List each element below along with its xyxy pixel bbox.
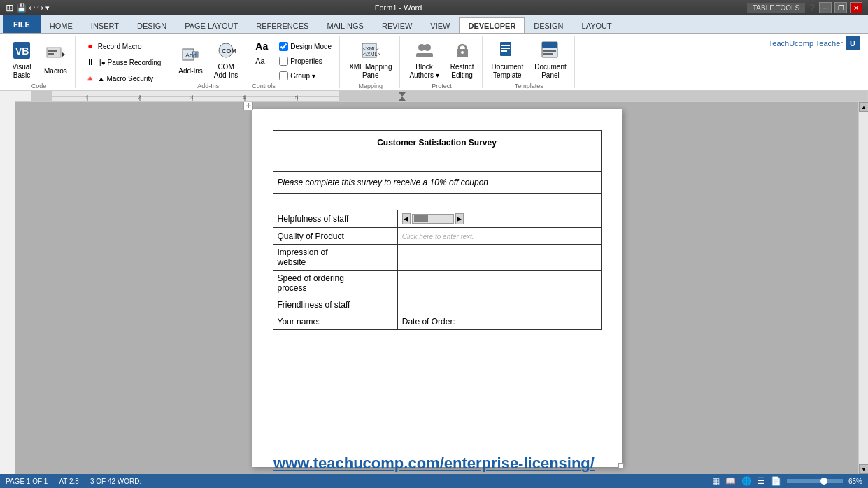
xml-mapping-label: XML MappingPane <box>349 63 392 80</box>
restrict-editing-button[interactable]: RestrictEditing <box>446 36 479 82</box>
scroll-thumb[interactable] <box>414 215 428 222</box>
block-authors-icon <box>413 39 436 62</box>
zoom-thumb[interactable] <box>820 478 827 485</box>
view-reading-btn[interactable]: 📖 <box>725 476 736 486</box>
scroll-vertical-track[interactable] <box>859 112 868 464</box>
svg-text:<XML>: <XML> <box>363 46 379 51</box>
record-macro-button[interactable]: ● Record Macro <box>81 38 165 54</box>
tab-file[interactable]: FILE <box>3 15 41 33</box>
ribbon-tabs: FILE HOME INSERT DESIGN PAGE LAYOUT REFE… <box>0 15 868 34</box>
properties-button[interactable]: Properties <box>276 55 335 68</box>
quality-label: Quality of Product <box>273 228 397 245</box>
table-row-helpfulness: Helpfulness of staff ◀ ▶ <box>273 210 601 228</box>
table-row-friendliness: Friendliness of staff <box>273 296 601 313</box>
scroll-up-btn[interactable]: ▲ <box>859 102 868 112</box>
document-panel-icon <box>539 39 562 62</box>
tab-developer[interactable]: DEVELOPER <box>459 17 525 33</box>
tab-view[interactable]: VIEW <box>421 17 459 33</box>
macro-security-button[interactable]: 🔺 ▲ Macro Security <box>81 71 165 86</box>
record-icon: ● <box>85 41 96 52</box>
macros-button[interactable]: Macros <box>39 41 72 78</box>
pause-icon: ⏸ <box>85 57 96 68</box>
mapping-group-label: Mapping <box>359 82 383 91</box>
speed-label: Speed of orderingprocess <box>273 271 397 296</box>
scroll-track[interactable] <box>412 214 454 224</box>
com-add-ins-button[interactable]: COM COMAdd-Ins <box>209 36 243 82</box>
svg-text:COM: COM <box>222 48 236 55</box>
svg-rect-21 <box>501 48 510 49</box>
scroll-left-btn[interactable]: ◀ <box>402 213 411 224</box>
survey-table: Customer Satisfaction Survey Please comp… <box>273 130 602 330</box>
scroll-down-btn[interactable]: ▼ <box>859 464 868 474</box>
friendliness-label: Friendliness of staff <box>273 296 397 313</box>
design-mode-button[interactable]: Design Mode <box>276 40 335 53</box>
window-controls: ─ ❐ ✕ <box>819 2 862 13</box>
xml-mapping-icon: <XML> </XML> <box>360 39 382 62</box>
blank-cell-1 <box>273 155 601 172</box>
aa-button-1[interactable]: Aa <box>252 38 271 54</box>
resize-handle[interactable] <box>618 463 624 468</box>
table-tools-label: TABLE TOOLS <box>747 3 805 13</box>
tab-design2[interactable]: DESIGN <box>525 17 572 33</box>
group-button[interactable]: Group ▾ <box>276 69 335 82</box>
svg-text:2: 2 <box>138 94 141 101</box>
help-button[interactable]: ? <box>809 2 815 13</box>
survey-subtitle: Please complete this survey to receive a… <box>273 172 601 194</box>
tab-home[interactable]: HOME <box>41 17 82 33</box>
document-template-button[interactable]: DocumentTemplate <box>487 36 529 82</box>
speed-input[interactable] <box>397 271 601 296</box>
scroll-right-btn[interactable]: ▶ <box>455 213 464 224</box>
restore-button[interactable]: ❐ <box>834 2 847 13</box>
svg-marker-3 <box>62 52 65 57</box>
table-row-speed: Speed of orderingprocess <box>273 271 601 296</box>
svg-rect-4 <box>48 50 57 52</box>
quality-input[interactable]: Click here to enter text. <box>397 228 601 245</box>
zoom-level: 65% <box>848 478 862 485</box>
tab-insert[interactable]: INSERT <box>82 17 128 33</box>
pause-recording-button[interactable]: ⏸ ‖● Pause Recording <box>81 55 165 70</box>
svg-rect-2 <box>47 48 61 57</box>
view-normal-btn[interactable]: ▦ <box>712 476 720 486</box>
visual-basic-icon: VB <box>10 39 33 62</box>
view-outline-btn[interactable]: ☰ <box>757 476 765 486</box>
add-ins-icon: Add <box>180 43 202 66</box>
tab-review[interactable]: REVIEW <box>373 17 421 33</box>
minimize-button[interactable]: ─ <box>819 2 832 13</box>
block-authors-button[interactable]: BlockAuthors ▾ <box>404 36 443 82</box>
svg-rect-22 <box>501 50 507 52</box>
add-ins-button[interactable]: Add Add-Ins <box>173 41 207 78</box>
document-area[interactable]: ✛ Customer Satisfaction Survey Please co… <box>15 102 858 474</box>
tab-design[interactable]: DESIGN <box>128 17 176 33</box>
tab-page-layout[interactable]: PAGE LAYOUT <box>176 17 247 33</box>
visual-basic-label: VisualBasic <box>12 63 31 80</box>
xml-mapping-button[interactable]: <XML> </XML> XML MappingPane <box>344 36 397 82</box>
close-button[interactable]: ✕ <box>850 2 862 13</box>
move-handle[interactable]: ✛ <box>243 102 253 110</box>
main-area: ✛ Customer Satisfaction Survey Please co… <box>0 102 868 474</box>
table-row-subtitle: Please complete this survey to receive a… <box>273 172 601 194</box>
com-add-ins-label: COMAdd-Ins <box>214 63 238 80</box>
user-avatar: U <box>846 36 860 50</box>
user-info[interactable]: TeachUcomp Teacher U <box>769 36 860 50</box>
svg-rect-25 <box>543 50 556 52</box>
impression-input[interactable] <box>397 245 601 271</box>
friendliness-input[interactable] <box>397 296 601 313</box>
tab-mailings[interactable]: MAILINGS <box>318 17 373 33</box>
tab-layout[interactable]: LAYOUT <box>573 17 621 33</box>
restrict-editing-icon <box>451 39 474 62</box>
controls-group-label: Controls <box>252 82 276 91</box>
zoom-slider[interactable] <box>787 479 843 483</box>
scrollbar-control[interactable]: ◀ ▶ <box>402 213 597 224</box>
svg-rect-26 <box>543 53 553 55</box>
view-web-btn[interactable]: 🌐 <box>741 476 752 486</box>
visual-basic-button[interactable]: VB VisualBasic <box>6 36 38 82</box>
window-title: Form1 - Word <box>50 3 747 12</box>
helpfulness-input[interactable]: ◀ ▶ <box>397 210 601 228</box>
document-panel-button[interactable]: DocumentPanel <box>529 36 571 82</box>
restrict-editing-label: RestrictEditing <box>450 63 474 80</box>
tab-references[interactable]: REFERENCES <box>247 17 318 33</box>
table-row-impression: Impression ofwebsite <box>273 245 601 271</box>
aa-button-2[interactable]: Aa <box>252 55 271 67</box>
svg-rect-24 <box>542 42 557 48</box>
view-draft-btn[interactable]: 📄 <box>771 476 781 486</box>
